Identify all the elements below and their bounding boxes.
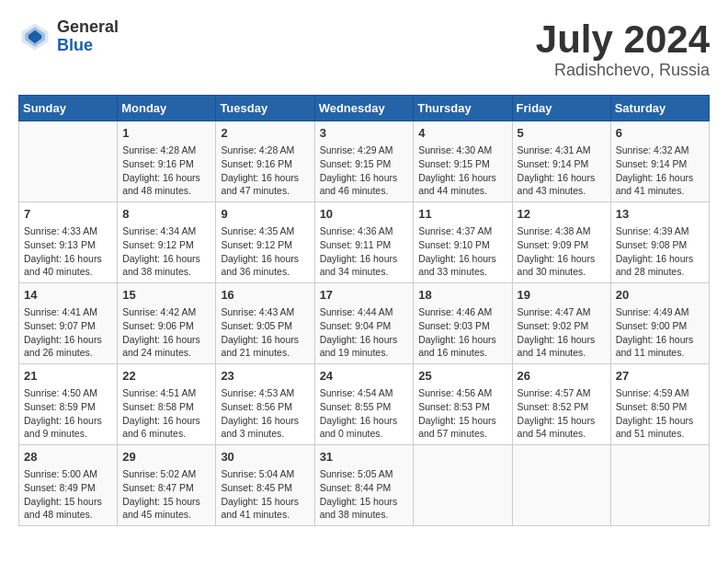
day-info: Sunrise: 4:47 AM Sunset: 9:02 PM Dayligh… [518, 305, 606, 360]
day-number: 26 [518, 368, 606, 385]
day-number: 15 [122, 287, 210, 304]
calendar-week-row: 21Sunrise: 4:50 AM Sunset: 8:59 PM Dayli… [19, 364, 710, 445]
calendar-week-row: 7Sunrise: 4:33 AM Sunset: 9:13 PM Daylig… [19, 202, 710, 283]
day-info: Sunrise: 4:44 AM Sunset: 9:04 PM Dayligh… [320, 305, 409, 360]
day-number: 20 [616, 287, 704, 304]
day-number: 13 [616, 206, 704, 223]
day-number: 9 [221, 206, 309, 223]
day-number: 25 [418, 368, 506, 385]
calendar-cell: 25Sunrise: 4:56 AM Sunset: 8:53 PM Dayli… [414, 364, 512, 445]
day-info: Sunrise: 5:00 AM Sunset: 8:49 PM Dayligh… [24, 467, 112, 522]
day-info: Sunrise: 4:33 AM Sunset: 9:13 PM Dayligh… [24, 224, 112, 279]
day-info: Sunrise: 4:57 AM Sunset: 8:52 PM Dayligh… [518, 386, 606, 441]
day-number: 16 [221, 287, 309, 304]
day-info: Sunrise: 4:38 AM Sunset: 9:09 PM Dayligh… [518, 224, 606, 279]
calendar-cell: 9Sunrise: 4:35 AM Sunset: 9:12 PM Daylig… [216, 202, 314, 283]
calendar-cell [19, 121, 118, 202]
day-number: 31 [320, 449, 409, 465]
calendar-cell: 27Sunrise: 4:59 AM Sunset: 8:50 PM Dayli… [610, 364, 709, 445]
day-number: 22 [122, 368, 210, 385]
calendar-cell: 6Sunrise: 4:32 AM Sunset: 9:14 PM Daylig… [610, 121, 709, 202]
calendar-cell: 22Sunrise: 4:51 AM Sunset: 8:58 PM Dayli… [118, 364, 216, 445]
day-info: Sunrise: 4:41 AM Sunset: 9:07 PM Dayligh… [24, 305, 112, 360]
logo-icon [18, 20, 51, 53]
day-info: Sunrise: 4:28 AM Sunset: 9:16 PM Dayligh… [122, 144, 210, 198]
logo-general-text: General [57, 18, 119, 37]
column-header-friday: Friday [512, 96, 610, 121]
day-info: Sunrise: 5:04 AM Sunset: 8:45 PM Dayligh… [221, 467, 309, 522]
calendar-cell: 19Sunrise: 4:47 AM Sunset: 9:02 PM Dayli… [512, 283, 610, 364]
calendar-cell [512, 444, 610, 525]
calendar-cell: 29Sunrise: 5:02 AM Sunset: 8:47 PM Dayli… [118, 444, 216, 525]
calendar-cell: 13Sunrise: 4:39 AM Sunset: 9:08 PM Dayli… [610, 202, 709, 283]
calendar-cell: 11Sunrise: 4:37 AM Sunset: 9:10 PM Dayli… [414, 202, 512, 283]
day-info: Sunrise: 4:30 AM Sunset: 9:15 PM Dayligh… [418, 144, 506, 198]
day-number: 30 [221, 449, 309, 465]
day-number: 27 [616, 368, 704, 385]
calendar-cell: 1Sunrise: 4:28 AM Sunset: 9:16 PM Daylig… [118, 121, 216, 202]
day-number: 8 [122, 206, 210, 223]
logo-text: General Blue [57, 18, 119, 55]
logo-blue-text: Blue [57, 37, 119, 55]
day-number: 3 [320, 125, 409, 142]
day-info: Sunrise: 4:31 AM Sunset: 9:14 PM Dayligh… [518, 144, 606, 198]
day-number: 11 [418, 206, 506, 223]
calendar-cell: 3Sunrise: 4:29 AM Sunset: 9:15 PM Daylig… [314, 121, 414, 202]
calendar-cell: 12Sunrise: 4:38 AM Sunset: 9:09 PM Dayli… [512, 202, 610, 283]
day-number: 1 [122, 125, 210, 142]
calendar-week-row: 14Sunrise: 4:41 AM Sunset: 9:07 PM Dayli… [19, 283, 710, 364]
calendar-cell: 16Sunrise: 4:43 AM Sunset: 9:05 PM Dayli… [216, 283, 314, 364]
day-info: Sunrise: 4:50 AM Sunset: 8:59 PM Dayligh… [24, 386, 112, 441]
column-header-thursday: Thursday [414, 96, 512, 121]
day-info: Sunrise: 4:54 AM Sunset: 8:55 PM Dayligh… [320, 386, 409, 441]
calendar-cell: 26Sunrise: 4:57 AM Sunset: 8:52 PM Dayli… [512, 364, 610, 445]
day-number: 24 [320, 368, 409, 385]
day-info: Sunrise: 4:29 AM Sunset: 9:15 PM Dayligh… [320, 144, 409, 198]
day-info: Sunrise: 4:46 AM Sunset: 9:03 PM Dayligh… [418, 305, 506, 360]
day-info: Sunrise: 4:36 AM Sunset: 9:11 PM Dayligh… [320, 224, 409, 279]
day-number: 2 [221, 125, 309, 142]
column-header-wednesday: Wednesday [314, 96, 414, 121]
calendar-cell: 23Sunrise: 4:53 AM Sunset: 8:56 PM Dayli… [216, 364, 314, 445]
calendar-cell: 28Sunrise: 5:00 AM Sunset: 8:49 PM Dayli… [19, 444, 118, 525]
calendar-week-row: 1Sunrise: 4:28 AM Sunset: 9:16 PM Daylig… [19, 121, 710, 202]
day-info: Sunrise: 4:35 AM Sunset: 9:12 PM Dayligh… [221, 224, 309, 279]
calendar-cell: 30Sunrise: 5:04 AM Sunset: 8:45 PM Dayli… [216, 444, 314, 525]
calendar-cell: 14Sunrise: 4:41 AM Sunset: 9:07 PM Dayli… [19, 283, 118, 364]
column-header-tuesday: Tuesday [216, 96, 314, 121]
day-number: 6 [616, 125, 704, 142]
day-info: Sunrise: 5:05 AM Sunset: 8:44 PM Dayligh… [320, 467, 409, 522]
day-info: Sunrise: 4:56 AM Sunset: 8:53 PM Dayligh… [418, 386, 506, 441]
day-info: Sunrise: 5:02 AM Sunset: 8:47 PM Dayligh… [122, 467, 210, 522]
calendar-cell [610, 444, 709, 525]
day-number: 19 [518, 287, 606, 304]
day-info: Sunrise: 4:59 AM Sunset: 8:50 PM Dayligh… [616, 386, 704, 441]
day-info: Sunrise: 4:39 AM Sunset: 9:08 PM Dayligh… [616, 224, 704, 279]
calendar-cell: 10Sunrise: 4:36 AM Sunset: 9:11 PM Dayli… [314, 202, 414, 283]
calendar-header-row: SundayMondayTuesdayWednesdayThursdayFrid… [19, 96, 710, 121]
day-info: Sunrise: 4:34 AM Sunset: 9:12 PM Dayligh… [122, 224, 210, 279]
day-number: 4 [418, 125, 506, 142]
day-number: 7 [24, 206, 112, 223]
day-info: Sunrise: 4:51 AM Sunset: 8:58 PM Dayligh… [122, 386, 210, 441]
calendar-cell: 18Sunrise: 4:46 AM Sunset: 9:03 PM Dayli… [414, 283, 512, 364]
column-header-monday: Monday [118, 96, 216, 121]
day-number: 23 [221, 368, 309, 385]
calendar-title: July 2024 [536, 18, 710, 61]
calendar-cell: 2Sunrise: 4:28 AM Sunset: 9:16 PM Daylig… [216, 121, 314, 202]
day-number: 5 [518, 125, 606, 142]
column-header-sunday: Sunday [19, 96, 118, 121]
column-header-saturday: Saturday [610, 96, 709, 121]
calendar-cell: 8Sunrise: 4:34 AM Sunset: 9:12 PM Daylig… [118, 202, 216, 283]
title-block: July 2024 Radishchevo, Russia [536, 18, 710, 80]
day-number: 18 [418, 287, 506, 304]
calendar-week-row: 28Sunrise: 5:00 AM Sunset: 8:49 PM Dayli… [19, 444, 710, 525]
calendar-cell: 24Sunrise: 4:54 AM Sunset: 8:55 PM Dayli… [314, 364, 414, 445]
day-info: Sunrise: 4:53 AM Sunset: 8:56 PM Dayligh… [221, 386, 309, 441]
calendar-cell: 17Sunrise: 4:44 AM Sunset: 9:04 PM Dayli… [314, 283, 414, 364]
day-number: 17 [320, 287, 409, 304]
page-header: General Blue July 2024 Radishchevo, Russ… [18, 18, 710, 80]
day-info: Sunrise: 4:37 AM Sunset: 9:10 PM Dayligh… [418, 224, 506, 279]
calendar-cell: 20Sunrise: 4:49 AM Sunset: 9:00 PM Dayli… [610, 283, 709, 364]
calendar-cell: 7Sunrise: 4:33 AM Sunset: 9:13 PM Daylig… [19, 202, 118, 283]
